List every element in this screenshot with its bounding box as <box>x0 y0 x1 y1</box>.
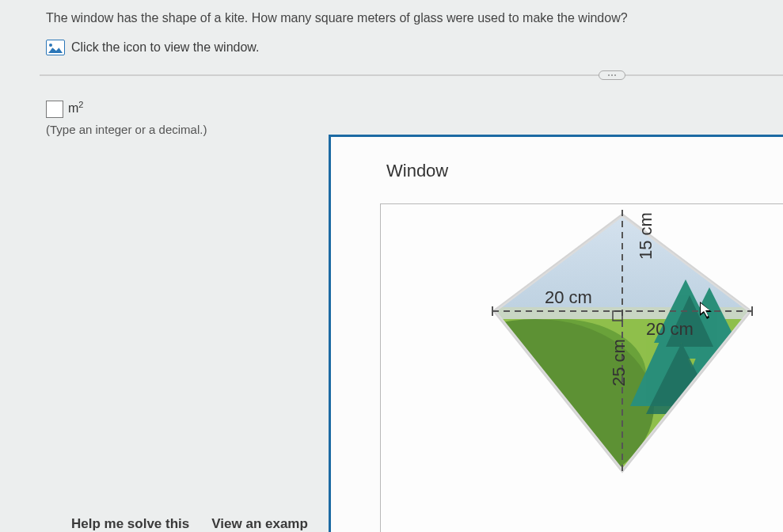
icon-link-label: Click the icon to view the window. <box>71 40 259 55</box>
divider <box>40 74 783 76</box>
section-toggle-handle[interactable] <box>599 70 625 80</box>
kite-diagram: 20 cm 20 cm 15 cm 25 cm <box>488 208 773 493</box>
dim-right: 20 cm <box>646 319 694 339</box>
svg-rect-13 <box>684 406 692 430</box>
answer-input[interactable] <box>46 101 63 118</box>
question-text: The window has the shape of a kite. How … <box>46 11 783 25</box>
dim-left: 20 cm <box>545 287 592 307</box>
window-popup: Window <box>329 135 783 532</box>
answer-unit: m2 <box>68 100 83 116</box>
image-icon <box>46 40 65 55</box>
view-example-link[interactable]: View an examp <box>211 516 308 532</box>
dim-bottom: 25 cm <box>609 339 629 386</box>
svg-rect-2 <box>488 208 773 319</box>
help-me-solve-link[interactable]: Help me solve this <box>71 516 189 532</box>
view-window-link[interactable]: Click the icon to view the window. <box>46 40 783 55</box>
figure-container: 20 cm 20 cm 15 cm 25 cm <box>380 203 783 532</box>
popup-title: Window <box>331 137 783 181</box>
dim-top: 15 cm <box>636 212 656 260</box>
